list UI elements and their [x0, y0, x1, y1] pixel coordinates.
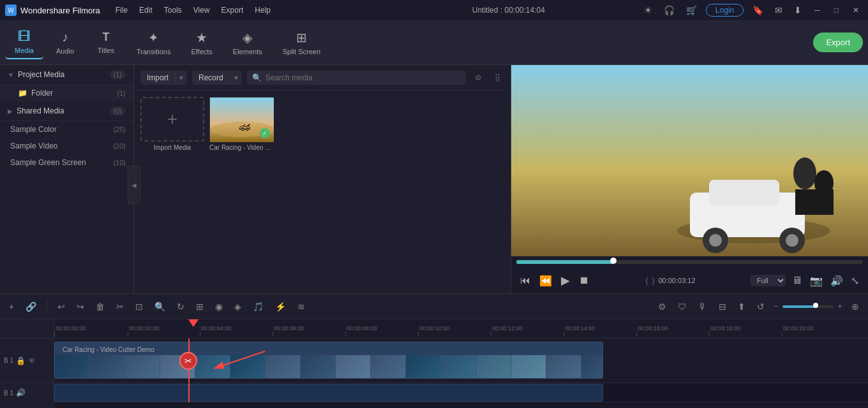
zoom-track[interactable] [782, 305, 834, 308]
skip-back-button[interactable]: ⏮ [519, 273, 532, 288]
close-button[interactable]: ✕ [849, 6, 863, 15]
preview-seekbar[interactable] [516, 260, 863, 264]
menu-file[interactable]: File [110, 4, 133, 16]
svg-point-10 [786, 234, 798, 247]
cut-button[interactable]: ✂ [112, 299, 128, 314]
camera-icon[interactable]: 📷 [809, 273, 824, 288]
toolbar-item-audio[interactable]: ♪ Audio [46, 26, 84, 59]
menu-tools[interactable]: Tools [159, 4, 187, 16]
audio-button[interactable]: 🎵 [249, 299, 267, 314]
marker-button[interactable]: ◉ [211, 299, 227, 314]
shield-icon[interactable]: 🛡 [674, 299, 691, 314]
download-icon[interactable]: ⬇ [791, 4, 804, 17]
toolbar-item-split-screen[interactable]: ⊞ Split Screen [274, 26, 329, 59]
sample-video-item[interactable]: Sample Video (20) [0, 138, 133, 154]
titlebar: W Wondershare Filmora File Edit Tools Vi… [0, 0, 868, 20]
settings-icon[interactable]: ⚙ [654, 299, 670, 314]
delete-button[interactable]: 🗑 [92, 299, 108, 314]
stop-button[interactable]: ⏹ [578, 273, 590, 288]
bracket-in-icon[interactable]: { [645, 276, 648, 285]
bookmark-icon[interactable]: 🔖 [750, 4, 766, 17]
crop-button[interactable]: ⊡ [131, 299, 147, 314]
zoom-minus-button[interactable]: － [772, 301, 780, 312]
record-dropdown-arrow[interactable]: ▾ [230, 71, 242, 85]
import-thumb: + [140, 97, 204, 142]
bracket-out-icon[interactable]: } [652, 276, 654, 285]
shared-media-section[interactable]: ▶ Shared Media (0) [0, 101, 133, 121]
menu-view[interactable]: View [188, 4, 215, 16]
cut-tool[interactable]: ✂ [179, 352, 197, 370]
annotation-svg [207, 348, 271, 374]
search-icon: 🔍 [252, 73, 262, 82]
zoom-control: － ＋ [772, 301, 844, 312]
mic-icon[interactable]: 🎙 [694, 299, 711, 314]
login-button[interactable]: Login [706, 4, 744, 17]
app-logo: W Wondershare Filmora [5, 4, 100, 16]
menu-export[interactable]: Export [216, 4, 249, 16]
minimize-button[interactable]: ─ [811, 6, 824, 15]
frame-9 [371, 355, 406, 379]
zoom-select[interactable]: Full 50% 75% [751, 275, 786, 286]
screen-icon[interactable]: 🖥 [791, 273, 804, 288]
import-media-placeholder[interactable]: + Import Media [140, 97, 204, 151]
transform-button[interactable]: ⚡ [271, 299, 290, 314]
color-button[interactable]: ◈ [230, 299, 245, 314]
project-media-section[interactable]: ▼ Project Media (1) [0, 65, 133, 85]
volume-icon[interactable]: 🔊 [829, 273, 844, 288]
sample-green-label: Sample Green Screen [10, 158, 86, 167]
toolbar-item-media[interactable]: 🎞 Media [5, 26, 43, 59]
search-input[interactable] [266, 73, 461, 82]
loop-icon[interactable]: ↺ [753, 299, 768, 314]
redo-button[interactable]: ↪ [73, 299, 88, 314]
eye-icon[interactable]: 👁 [28, 356, 36, 365]
filter-icon[interactable]: ⚙ [471, 72, 486, 84]
speed-button[interactable]: ≋ [294, 299, 309, 314]
import-dropdown-arrow[interactable]: ▾ [175, 71, 187, 85]
toolbar-item-titles[interactable]: T Titles [87, 27, 125, 58]
mail-icon[interactable]: ✉ [772, 4, 785, 17]
export2-icon[interactable]: ⬆ [734, 299, 749, 314]
fullscreen-icon[interactable]: ⤡ [849, 273, 860, 288]
panel-collapse-btn[interactable]: ◀ [128, 166, 140, 204]
toolbar-item-elements[interactable]: ◈ Elements [224, 26, 271, 59]
zoom-thumb[interactable] [813, 303, 818, 308]
undo-button[interactable]: ↩ [54, 299, 69, 314]
folder-item[interactable]: 📁 Folder (1) [0, 85, 133, 101]
grid-icon[interactable]: ⣿ [491, 72, 504, 84]
toolbar-item-effects[interactable]: ★ Effects [182, 26, 221, 59]
frame-11 [441, 355, 476, 379]
cart-icon[interactable]: 🛒 [684, 4, 700, 17]
audio-clip[interactable] [54, 384, 603, 402]
play-button[interactable]: ▶ [560, 272, 571, 289]
transitions-icon: ✦ [148, 30, 159, 45]
rotation-button[interactable]: ↻ [173, 299, 188, 314]
maximize-button[interactable]: □ [830, 6, 842, 15]
sample-green-screen-item[interactable]: Sample Green Screen (10) [0, 154, 133, 171]
grid-button[interactable]: ⊞ [192, 299, 207, 314]
import-button[interactable]: Import [140, 71, 175, 85]
frame-10 [406, 355, 441, 379]
car-racing-item[interactable]: ▶▶ 🏎 ✓ [209, 97, 273, 151]
layout-icon[interactable]: ⊟ [715, 299, 730, 314]
export-button[interactable]: Export [813, 33, 863, 52]
record-button[interactable]: Record [192, 71, 230, 85]
step-back-button[interactable]: ⏪ [538, 273, 553, 288]
lock-icon[interactable]: 🔒 [16, 356, 26, 365]
add-track-button[interactable]: + [5, 299, 18, 314]
add-zoom-button[interactable]: ⊕ [848, 299, 863, 314]
toolbar-item-transitions[interactable]: ✦ Transitions [128, 26, 179, 59]
svg-line-15 [214, 351, 265, 368]
video-clip[interactable]: Car Racing - Video Cutter Demo [54, 342, 603, 379]
record-button-group[interactable]: Record ▾ [192, 71, 242, 85]
timeline-settings-button[interactable]: 🔗 [22, 299, 40, 314]
volume-track-icon[interactable]: 🔊 [16, 388, 26, 397]
headset-icon[interactable]: 🎧 [661, 4, 677, 17]
sun-icon[interactable]: ☀ [641, 4, 655, 17]
zoom-tool-button[interactable]: 🔍 [151, 299, 169, 314]
zoom-plus-button[interactable]: ＋ [836, 301, 844, 312]
import-button-group[interactable]: Import ▾ [140, 71, 187, 85]
menu-edit[interactable]: Edit [134, 4, 158, 16]
menu-help[interactable]: Help [250, 4, 276, 16]
sample-color-item[interactable]: Sample Color (25) [0, 121, 133, 138]
seekbar-thumb[interactable] [610, 258, 617, 264]
